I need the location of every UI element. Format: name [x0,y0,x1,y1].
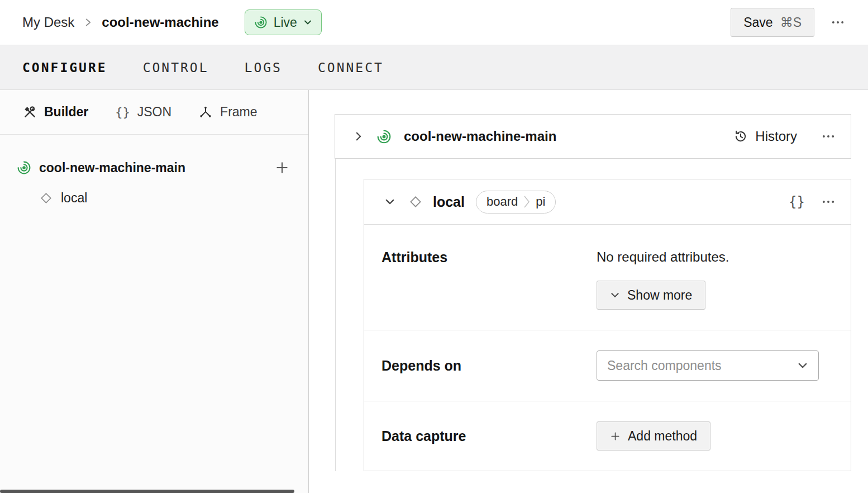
header-overflow-menu-button[interactable] [830,15,846,30]
attributes-section: Attributes No required attributes. Show … [364,224,851,330]
view-tab-json[interactable]: {} JSON [115,105,171,120]
config-view-switcher: Builder {} JSON Frame [0,90,308,135]
chevron-down-icon [797,360,808,371]
plus-icon [610,431,621,442]
component-header-actions: {} [789,194,836,210]
live-status-dropdown[interactable]: Live [245,10,322,35]
part-overflow-menu-button[interactable] [821,129,836,144]
tree-local-label: local [61,191,87,206]
depends-on-placeholder: Search components [607,358,797,373]
component-overflow-menu-button[interactable] [821,194,836,210]
depends-on-select[interactable]: Search components [597,350,819,381]
chevron-down-icon [303,18,312,27]
tab-configure[interactable]: CONFIGURE [22,60,107,75]
chevron-down-icon [610,290,620,300]
breadcrumb-root-link[interactable]: My Desk [22,15,74,30]
data-capture-section: Data capture Add method [364,401,851,471]
configure-main-panel: cool-new-machine-main History [309,90,868,493]
part-card-title: cool-new-machine-main [404,129,733,144]
component-type-badge: board pi [476,191,556,214]
machine-part-tree: cool-new-machine-main local [0,135,308,214]
depends-on-section: Depends on Search components [364,330,851,401]
part-online-icon [17,160,31,175]
view-tab-builder-label: Builder [44,105,88,120]
view-tab-frame-label: Frame [220,105,257,120]
machine-online-icon [254,16,268,29]
configure-sidebar: Builder {} JSON Frame [0,90,309,493]
tree-main-part-label: cool-new-machine-main [39,160,267,176]
component-type: board [476,195,522,209]
component-diamond-icon [40,192,53,205]
show-more-button[interactable]: Show more [597,281,705,310]
configure-body: Builder {} JSON Frame [0,90,868,493]
tree-item-local-component[interactable]: local [0,182,308,214]
header-actions: Save ⌘S [731,8,846,37]
breadcrumb-machine-name: cool-new-machine [102,15,218,30]
tab-connect[interactable]: CONNECT [318,60,384,75]
depends-on-label: Depends on [381,358,597,374]
save-shortcut-hint: ⌘S [780,15,802,30]
component-diamond-icon [409,195,422,208]
view-tab-frame[interactable]: Frame [198,105,257,120]
attributes-empty-text: No required attributes. [597,249,729,265]
component-model: pi [531,195,555,209]
live-status-label: Live [274,15,297,30]
machine-nav-tabs: CONFIGURE CONTROL LOGS CONNECT [0,45,868,90]
add-method-button[interactable]: Add method [597,421,710,451]
show-more-label: Show more [627,288,692,303]
part-online-icon [376,129,392,144]
attributes-content: No required attributes. Show more [597,249,729,310]
component-card-header: local board pi {} [364,179,851,224]
top-header: My Desk cool-new-machine Live Save ⌘S [0,0,868,45]
save-button[interactable]: Save ⌘S [731,8,814,37]
add-component-button[interactable] [275,160,289,175]
part-children-group: local board pi {} [335,159,851,471]
view-tab-builder[interactable]: Builder [22,105,88,120]
component-json-icon[interactable]: {} [789,194,805,210]
history-clock-icon [733,129,748,144]
tab-control[interactable]: CONTROL [143,60,209,75]
machine-part-card: cool-new-machine-main History [335,114,851,159]
json-braces-icon: {} [115,105,130,119]
chevron-down-icon[interactable] [384,196,395,207]
breadcrumb: My Desk cool-new-machine [22,15,219,30]
tab-logs[interactable]: LOGS [245,60,282,75]
frame-axes-icon [198,105,213,120]
add-method-label: Add method [628,429,697,444]
attributes-label: Attributes [381,249,597,266]
sidebar-horizontal-scrollbar[interactable] [0,490,294,493]
history-button[interactable]: History [733,129,797,144]
data-capture-label: Data capture [381,428,597,444]
history-button-label: History [755,129,797,144]
local-component-card: local board pi {} [364,179,851,471]
tree-item-main-part[interactable]: cool-new-machine-main [0,153,308,182]
view-tab-json-label: JSON [137,105,171,120]
component-name: local [433,194,465,210]
save-button-label: Save [743,15,772,30]
breadcrumb-separator-icon [84,16,92,29]
chevron-right-icon[interactable] [353,131,364,142]
builder-tools-icon [22,105,37,120]
badge-separator-icon [522,194,531,210]
